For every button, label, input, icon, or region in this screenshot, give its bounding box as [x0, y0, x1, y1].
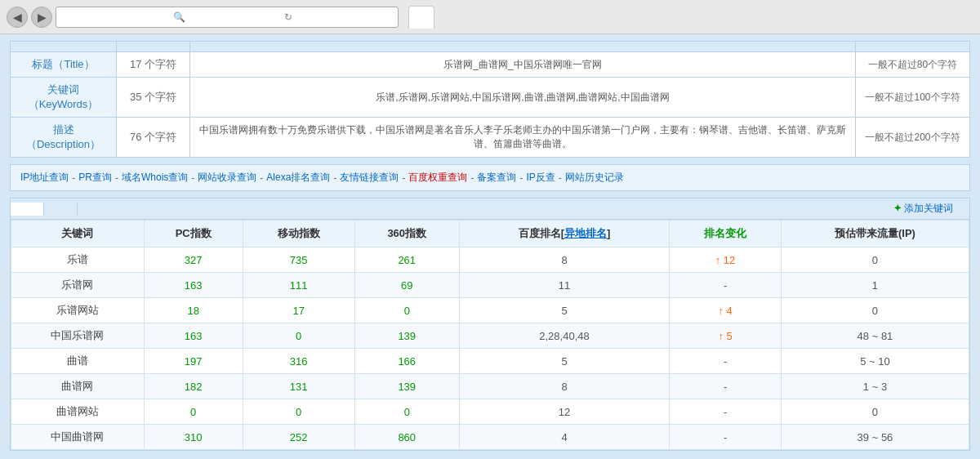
tab-longtail[interactable] — [44, 203, 78, 216]
tab-bar — [408, 6, 434, 29]
content-cell: 中国乐谱网拥有数十万免费乐谱供下载，中国乐谱网是著名音乐人李子乐老师主办的中国乐… — [190, 118, 856, 158]
links-row: IP地址查询 - PR查询 - 域名Whois查询 - 网站收录查询 - Ale… — [10, 164, 970, 191]
rank-change: ↑ 12 — [670, 247, 782, 273]
advice-cell: 一般不超过200个字符 — [856, 118, 970, 158]
back-button[interactable]: ◀ — [7, 7, 28, 28]
nav-link[interactable]: Alexa排名查询 — [266, 171, 330, 185]
kw-name: 乐谱网站 — [11, 298, 145, 323]
mobile-index: 131 — [243, 374, 354, 399]
pc-index: 327 — [144, 247, 243, 273]
index360: 0 — [354, 399, 459, 425]
kw-tab-header: ✦ 添加关键词 — [11, 198, 969, 220]
dash-value: - — [724, 431, 727, 443]
index360: 139 — [354, 323, 459, 349]
nav-link[interactable]: 百度权重查询 — [408, 171, 467, 185]
kw-table-row: 曲谱网 182 131 139 8 - 1 ~ 3 — [11, 374, 969, 399]
add-btn-label: 添加关键词 — [904, 203, 953, 214]
separator: - — [333, 172, 336, 184]
rank-change: - — [670, 349, 782, 374]
baidu-rank: 12 — [459, 399, 669, 425]
mobile-index: 0 — [243, 323, 354, 349]
active-tab[interactable] — [408, 6, 434, 29]
traffic-value: 1 — [781, 273, 969, 298]
main-content: 标题（Title） 17 个字符 乐谱网_曲谱网_中国乐谱网唯一官网 一般不超过… — [0, 34, 980, 459]
col-header-tag — [11, 42, 117, 52]
traffic-value: 5 ~ 10 — [781, 349, 969, 374]
rank-change: ↑ 5 — [670, 323, 782, 349]
pc-index: 310 — [144, 425, 243, 450]
info-row: 描述（Description） 76 个字符 中国乐谱网拥有数十万免费乐谱供下载… — [11, 118, 970, 158]
nav-link[interactable]: IP反查 — [526, 171, 555, 185]
kw-col-header: 预估带来流量(IP) — [781, 221, 969, 247]
mobile-index: 0 — [243, 399, 354, 425]
kw-table-row: 曲谱网站 0 0 0 12 - 0 — [11, 399, 969, 425]
rank-up-icon: ↑ 12 — [715, 254, 736, 266]
pc-index: 0 — [144, 399, 243, 425]
traffic-value: 39 ~ 56 — [781, 425, 969, 450]
content-cell: 乐谱,乐谱网,乐谱网站,中国乐谱网,曲谱,曲谱网,曲谱网站,中国曲谱网 — [190, 78, 856, 118]
mobile-index: 111 — [243, 273, 354, 298]
info-table: 标题（Title） 17 个字符 乐谱网_曲谱网_中国乐谱网唯一官网 一般不超过… — [10, 41, 970, 158]
length-cell: 76 个字符 — [117, 118, 190, 158]
kw-table-row: 乐谱 327 735 261 8 ↑ 12 0 — [11, 247, 969, 273]
kw-tabs-container: ✦ 添加关键词 关键词PC指数移动指数360指数百度排名[异地排名]排名变化预估… — [10, 198, 970, 451]
index360: 0 — [354, 298, 459, 323]
traffic-value: 0 — [781, 247, 969, 273]
rank-change: - — [670, 399, 782, 425]
dash-value: - — [724, 279, 727, 292]
tab-keyword-ranking[interactable] — [11, 203, 44, 216]
label-cell: 标题（Title） — [11, 52, 117, 78]
content-cell: 乐谱网_曲谱网_中国乐谱网唯一官网 — [190, 52, 856, 78]
nav-link[interactable]: 域名Whois查询 — [122, 171, 188, 185]
advice-cell: 一般不超过100个字符 — [856, 78, 970, 118]
nav-link[interactable]: 网站收录查询 — [198, 171, 256, 185]
dash-value: - — [724, 406, 727, 418]
traffic-value: 0 — [781, 298, 969, 323]
rank-up-icon: ↑ 4 — [718, 305, 732, 317]
plus-icon: ✦ — [893, 203, 902, 214]
pc-index: 163 — [144, 323, 243, 349]
search-icon[interactable]: 🔍 — [173, 11, 282, 23]
dash-value: - — [724, 381, 727, 393]
browser-chrome: ◀ ▶ 🔍 ↻ — [0, 0, 980, 34]
traffic-value: 1 ~ 3 — [781, 374, 969, 399]
nav-link[interactable]: 备案查询 — [477, 171, 516, 185]
separator: - — [559, 172, 562, 184]
kw-name: 乐谱网 — [11, 273, 145, 298]
nav-link[interactable]: 友情链接查询 — [340, 171, 399, 185]
pc-index: 163 — [144, 273, 243, 298]
length-cell: 35 个字符 — [117, 78, 190, 118]
rank-up-icon: ↑ 5 — [718, 330, 732, 342]
rank-change: - — [670, 425, 782, 450]
traffic-value: 0 — [781, 399, 969, 425]
kw-table-row: 中国乐谱网 163 0 139 2,28,40,48 ↑ 5 48 ~ 81 — [11, 323, 969, 349]
kw-col-header: 移动指数 — [243, 221, 354, 247]
separator: - — [402, 172, 405, 184]
nav-link[interactable]: PR查询 — [78, 171, 112, 185]
address-bar[interactable]: 🔍 ↻ — [56, 7, 399, 28]
index360: 139 — [354, 374, 459, 399]
add-keyword-button[interactable]: ✦ 添加关键词 — [884, 198, 963, 219]
length-cell: 17 个字符 — [117, 52, 190, 78]
kw-col-header: 百度排名[异地排名] — [459, 221, 669, 247]
kw-name: 中国乐谱网 — [11, 323, 145, 349]
baidu-rank: 2,28,40,48 — [459, 323, 669, 349]
kw-col-header: PC指数 — [144, 221, 243, 247]
kw-table-row: 中国曲谱网 310 252 860 4 - 39 ~ 56 — [11, 425, 969, 450]
separator: - — [191, 172, 194, 184]
forward-button[interactable]: ▶ — [31, 7, 52, 28]
baidu-rank: 11 — [459, 273, 669, 298]
yidi-link[interactable]: 异地排名 — [564, 227, 607, 239]
baidu-rank: 8 — [459, 247, 669, 273]
info-row: 标题（Title） 17 个字符 乐谱网_曲谱网_中国乐谱网唯一官网 一般不超过… — [11, 52, 970, 78]
col-header-length — [117, 42, 190, 52]
rank-change: - — [670, 374, 782, 399]
traffic-value: 48 ~ 81 — [781, 323, 969, 349]
kw-name: 乐谱 — [11, 247, 145, 273]
nav-link[interactable]: IP地址查询 — [20, 171, 69, 185]
nav-link[interactable]: 网站历史记录 — [565, 171, 624, 185]
index360: 166 — [354, 349, 459, 374]
separator: - — [470, 172, 474, 184]
index360: 860 — [354, 425, 459, 450]
reload-icon[interactable]: ↻ — [284, 11, 393, 23]
